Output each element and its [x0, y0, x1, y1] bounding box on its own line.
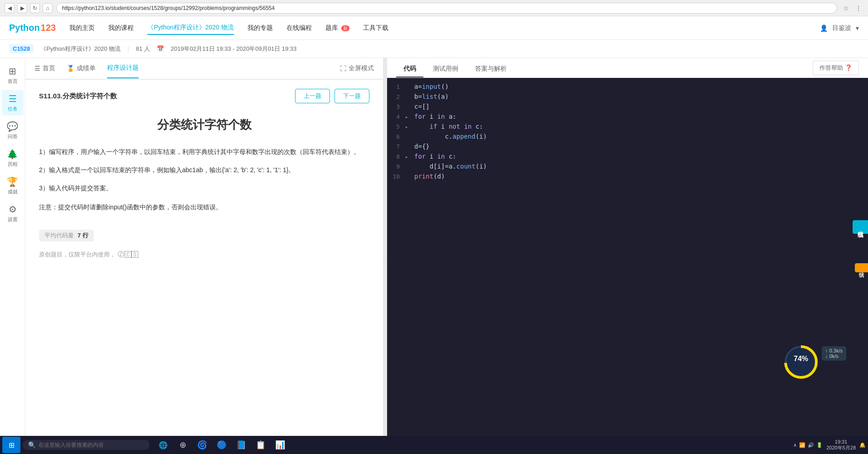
line-num-8: 8 — [387, 153, 405, 160]
nav-question-bank[interactable]: 题库 新 — [325, 22, 349, 34]
online-coding-float[interactable]: 在线编程 — [853, 220, 868, 234]
help-button[interactable]: 作答帮助 ❓ — [813, 61, 859, 75]
browser-bar: ◀ ▶ ↻ ⌂ https://python123.io/student/cou… — [0, 0, 868, 16]
taskbar-time: 19:31 2020年5月28 — [826, 439, 856, 451]
sidebar-item-qa[interactable]: 💬 问答 — [2, 118, 24, 143]
problem-header: S11.03.分类统计字符个数 上一题 下一题 — [39, 89, 369, 103]
volume-icon: 🔊 — [808, 442, 814, 448]
sidebar-item-settings[interactable]: ⚙ 设置 — [2, 201, 24, 226]
nav-online-coding[interactable]: 在线编程 — [286, 22, 312, 34]
resize-handle[interactable]: ⋮ — [383, 58, 387, 454]
url-text: https://python123.io/student/courses/152… — [62, 5, 275, 11]
date: 2020年5月28 — [826, 444, 856, 451]
problem-note: 注意：提交代码时请删除input()函数中的参数，否则会出现错误。 — [39, 203, 369, 212]
code-content-1: a=input() — [412, 83, 449, 90]
line-num-5: 5 — [387, 123, 405, 130]
code-line-2: 2 b=list(a) — [387, 92, 868, 102]
line-num-3: 3 — [387, 103, 405, 110]
problem-copyright: 原创题目，仅限平台内使用， 🄫🄲🅂 — [39, 251, 369, 259]
taskbar-icon-7[interactable]: 📊 — [271, 437, 289, 453]
line-num-10: 10 — [387, 173, 405, 180]
bookmark-icon[interactable]: ☆ — [841, 3, 851, 13]
taskbar-icon-5[interactable]: 📘 — [232, 437, 250, 453]
taskbar-icon-4[interactable]: 🔵 — [213, 437, 231, 453]
code-content-9: d[i]=a.count(i) — [412, 163, 487, 170]
start-button[interactable]: ⊞ — [2, 437, 20, 453]
problem-id: S11.03.分类统计字符个数 — [39, 92, 117, 101]
logo[interactable]: Python 123 — [9, 23, 56, 33]
sidebar-item-history[interactable]: 🌲 历程 — [2, 145, 24, 171]
nav-courses[interactable]: 我的课程 — [108, 22, 134, 34]
taskbar-icon-2[interactable]: ⊕ — [174, 437, 192, 453]
refresh-button[interactable]: ↻ — [30, 3, 40, 13]
url-bar[interactable]: https://python123.io/student/courses/152… — [56, 3, 837, 14]
content-area: ☰ 首页 🏅 成绩单 程序设计题 ⛶ 全屏模式 S11.03.分类统计 — [25, 58, 868, 454]
chevron-up-icon[interactable]: ∧ — [793, 442, 797, 448]
problem-desc-2: 2）输入格式是一个以回车结束的字符串，例如输入abc1ab，输出{'a': 2,… — [39, 164, 369, 176]
sub-navbar: ☰ 首页 🏅 成绩单 程序设计题 ⛶ 全屏模式 — [25, 58, 383, 80]
problem-main-title: 分类统计字符个数 — [39, 117, 369, 133]
sidebar: ⊞ 首页 ☰ 任务 💬 问答 🌲 历程 🏆 成就 ⚙ 设置 — [0, 58, 25, 454]
progress-circle-svg: 74% — [783, 344, 819, 380]
line-num-4: 4 — [387, 113, 405, 120]
speed-up-display: ↑ 0.3k/s ↓ 0k/s — [822, 346, 846, 361]
sub-nav-home[interactable]: ☰ 首页 — [34, 59, 55, 78]
sidebar-tasks-label: 任务 — [8, 106, 18, 112]
sidebar-item-achievements[interactable]: 🏆 成就 — [2, 173, 24, 198]
tab-answers[interactable]: 答案与解析 — [468, 61, 514, 77]
forward-button[interactable]: ▶ — [17, 3, 27, 13]
taskbar-icon-1[interactable]: 🌐 — [154, 437, 172, 453]
code-line-10: 10 print(d) — [387, 172, 868, 182]
tab-test-cases[interactable]: 测试用例 — [426, 61, 466, 77]
search-input[interactable] — [39, 442, 129, 448]
user-avatar-icon: 👤 — [820, 24, 828, 32]
next-problem-button[interactable]: 下一题 — [335, 89, 369, 103]
nav-current-course[interactable]: 《Python程序设计》2020 物流 — [147, 21, 234, 35]
nav-home[interactable]: 我的主页 — [69, 22, 95, 34]
speed-up-val: ↑ 0.3k/s — [825, 348, 843, 353]
taskbar-icon-3[interactable]: 🌀 — [193, 437, 211, 453]
home-button[interactable]: ⌂ — [43, 3, 53, 13]
taskbar-icon-6[interactable]: 📋 — [252, 437, 270, 453]
logo-python: Python — [9, 23, 40, 33]
sidebar-item-home[interactable]: ⊞ 首页 — [2, 63, 24, 88]
history-icon: 🌲 — [7, 149, 18, 159]
top-navbar: Python 123 我的主页 我的课程 《Python程序设计》2020 物流… — [0, 16, 868, 40]
power-icon: 🔋 — [816, 442, 823, 448]
sidebar-settings-label: 设置 — [8, 216, 18, 223]
code-line-6: 6 c.append(i) — [387, 132, 868, 142]
status-float[interactable]: 状情 — [855, 263, 868, 272]
taskbar-right: ∧ 📶 🔊 🔋 19:31 2020年5月28 🔔 — [793, 439, 866, 451]
sub-nav-programming[interactable]: 程序设计题 — [107, 58, 139, 78]
problem-panel: ☰ 首页 🏅 成绩单 程序设计题 ⛶ 全屏模式 S11.03.分类统计 — [25, 58, 383, 454]
prev-problem-button[interactable]: 上一题 — [295, 89, 330, 103]
code-line-1: 1 a=input() — [387, 82, 868, 92]
nav-tools[interactable]: 工具下载 — [363, 22, 388, 34]
tab-code[interactable]: 代码 — [396, 61, 423, 77]
nav-user[interactable]: 👤 目鉴波 ▾ — [820, 24, 859, 32]
sub-nav-grades[interactable]: 🏅 成绩单 — [67, 59, 96, 78]
notification-icon[interactable]: 🔔 — [859, 442, 866, 448]
home-icon: ⊞ — [9, 66, 16, 77]
achievements-icon: 🏆 — [7, 176, 18, 187]
main-layout: ⊞ 首页 ☰ 任务 💬 问答 🌲 历程 🏆 成就 ⚙ 设置 — [0, 58, 868, 454]
nav-topics[interactable]: 我的专题 — [247, 22, 273, 34]
progress-widget: 74% ↑ 0.3k/s ↓ 0k/s — [783, 344, 819, 382]
back-button[interactable]: ◀ — [5, 3, 15, 13]
code-editor[interactable]: 1 a=input() 2 b=list(a) 3 c=[] — [387, 78, 868, 454]
code-line-9: 9 d[i]=a.count(i) — [387, 162, 868, 172]
fullscreen-btn[interactable]: ⛶ 全屏模式 — [340, 64, 374, 72]
calendar-icon: 📅 — [157, 45, 164, 52]
fullscreen-icon: ⛶ — [340, 65, 346, 72]
user-dropdown-icon: ▾ — [856, 24, 859, 32]
user-name: 目鉴波 — [832, 24, 851, 32]
help-icon: ❓ — [845, 64, 852, 71]
sidebar-item-tasks[interactable]: ☰ 任务 — [2, 90, 24, 116]
code-content-3: c=[] — [412, 103, 430, 110]
course-date-range: 2019年02月11日 19:33 - 2020年09月01日 19:33 — [171, 45, 297, 53]
settings-icon[interactable]: ⋮ — [853, 3, 863, 13]
browser-controls: ◀ ▶ ↻ ⌂ — [5, 3, 53, 13]
taskbar-search[interactable]: 🔍 — [23, 440, 150, 450]
avg-code-badge: 平均代码量 7 行 — [39, 230, 94, 241]
avg-code-label: 平均代码量 — [44, 232, 74, 240]
